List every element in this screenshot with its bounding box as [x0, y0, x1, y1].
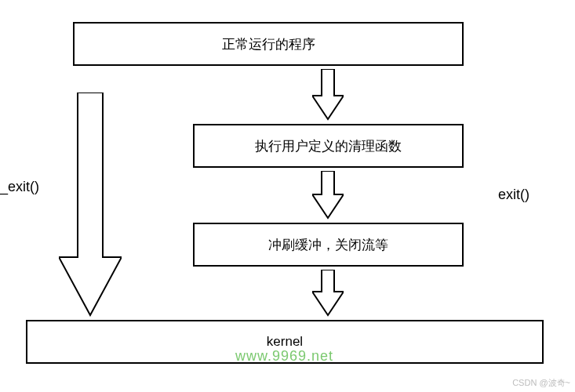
watermark-corner: CSDN @波奇~	[512, 377, 570, 389]
watermark-corner-text: CSDN @波奇~	[512, 378, 570, 387]
box-running-program: 正常运行的程序	[73, 22, 464, 66]
arrow-down-3	[312, 270, 344, 317]
box-flush-label: 冲刷缓冲，关闭流等	[268, 236, 388, 254]
watermark-center-text: www.9969.net	[235, 348, 333, 364]
box-cleanup: 执行用户定义的清理函数	[193, 124, 464, 168]
box-running-program-label: 正常运行的程序	[222, 35, 315, 53]
box-kernel-label: kernel	[267, 334, 303, 350]
label-exit-plain-text: exit()	[498, 187, 530, 202]
arrow-down-2	[312, 171, 344, 220]
arrow-down-1	[312, 69, 344, 121]
label-exit-underscore: _exit()	[0, 179, 39, 195]
label-exit-underscore-text: _exit()	[0, 179, 39, 194]
box-flush: 冲刷缓冲，关闭流等	[193, 223, 464, 267]
watermark-center: www.9969.net	[235, 348, 333, 365]
label-exit-plain: exit()	[498, 187, 530, 203]
box-cleanup-label: 执行用户定义的清理函数	[255, 137, 402, 155]
arrow-exit-bypass	[59, 93, 122, 320]
